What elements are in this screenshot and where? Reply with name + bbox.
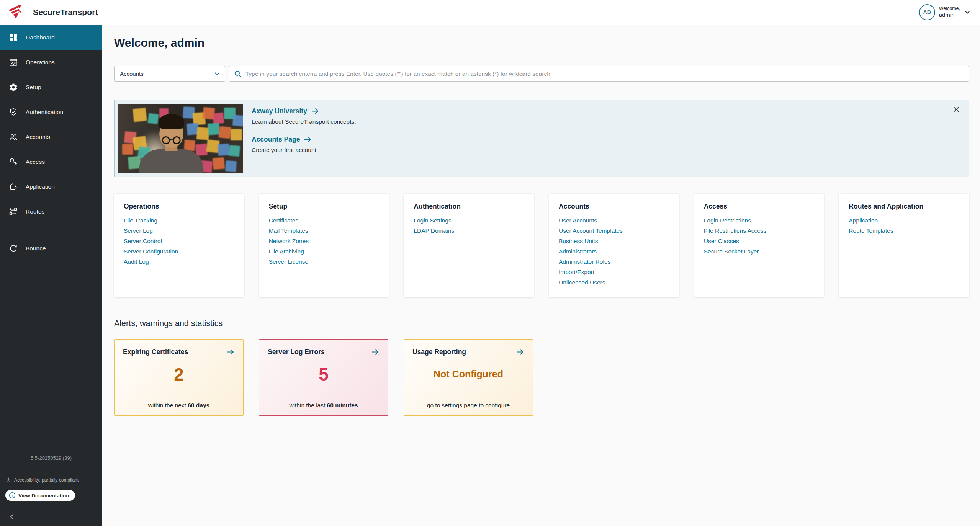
person-glasses [162,136,180,144]
onboarding-banner: Axway University Learn about SecureTrans… [114,100,969,177]
alert-footer: go to settings page to configure [404,402,533,409]
sidebar-item-label: Accounts [26,134,50,140]
arrow-right-icon[interactable] [371,348,380,356]
card-link[interactable]: User Accounts [559,215,669,225]
card-routes-application: Routes and Application Application Route… [839,194,969,297]
chevron-down-icon[interactable] [964,9,971,16]
card-link[interactable]: Route Templates [849,225,959,236]
gear-icon [9,83,18,92]
sidebar-item-dashboard[interactable]: Dashboard [0,25,102,50]
alert-card-server-log-errors[interactable]: Server Log Errors 5 within the last 60 m… [259,339,388,416]
card-title: Setup [269,203,380,211]
alert-footer: within the next 60 days [115,402,243,409]
card-link[interactable]: File Restrictions Access [704,225,815,236]
accounts-page-link[interactable]: Accounts Page [252,135,356,144]
accessibility-row[interactable]: Accessibility: partially compliant [5,477,102,483]
card-title: Routes and Application [849,203,959,211]
arrow-right-icon [311,107,319,116]
main-content: Welcome, admin Accounts [102,0,980,416]
card-title: Operations [124,203,234,211]
card-access: Access Login Restrictions File Restricti… [694,194,824,297]
quick-links-cards: Operations File Tracking Server Log Serv… [114,194,969,297]
welcome-text: Welcome, admin [939,6,960,19]
sidebar-item-application[interactable]: Application [0,174,102,199]
collapse-sidebar-icon[interactable] [8,512,17,521]
card-link[interactable]: User Account Templates [559,225,669,236]
sticky-note [231,129,242,140]
card-link[interactable]: Server License [269,256,380,267]
sidebar-item-bounce[interactable]: Bounce [0,236,102,261]
alert-value: Not Configured [412,369,524,380]
arrow-right-icon[interactable] [226,348,235,356]
shield-check-icon [9,108,18,117]
search-category-value: Accounts [120,70,144,77]
card-authentication: Authentication Login Settings LDAP Domai… [404,194,534,297]
close-icon[interactable] [952,105,960,114]
card-link[interactable]: File Tracking [124,215,234,225]
card-link[interactable]: Login Settings [414,215,524,225]
banner-link-description: Learn about SecureTransport concepts. [252,118,356,125]
chevron-down-icon [215,72,219,75]
alert-title: Usage Reporting [412,348,466,356]
alert-value: 2 [123,364,235,385]
card-link[interactable]: Network Zones [269,236,380,246]
card-link[interactable]: LDAP Domains [414,225,524,236]
search-icon [234,70,242,78]
card-link[interactable]: Application [849,215,959,225]
card-link[interactable]: Server Log [124,225,234,236]
top-header: SecureTransport AD Welcome, admin [0,0,980,25]
sidebar-item-authentication[interactable]: Authentication [0,100,102,124]
key-icon [9,157,18,167]
card-link[interactable]: User Classes [704,236,815,246]
axway-university-link[interactable]: Axway University [252,107,356,116]
sidebar-item-label: Setup [26,84,41,91]
banner-links: Axway University Learn about SecureTrans… [252,104,356,173]
sticky-note [232,115,243,126]
sidebar-item-routes[interactable]: Routes [0,199,102,224]
user-menu[interactable]: AD Welcome, admin [919,4,971,20]
routes-icon [9,207,18,216]
card-link[interactable]: Import/Export [559,267,669,277]
card-link[interactable]: Administrators [559,246,669,256]
arrow-right-icon [303,135,312,144]
sticky-note [213,157,225,170]
sidebar-item-accounts[interactable]: Accounts [0,124,102,149]
person-hair [159,114,184,129]
sidebar-item-operations[interactable]: Operations [0,50,102,75]
sidebar-item-label: Dashboard [26,34,55,41]
alert-title: Expiring Certificates [123,348,188,356]
arrow-right-icon[interactable] [515,348,524,356]
sidebar-item-setup[interactable]: Setup [0,75,102,100]
card-link[interactable]: Audit Log [124,256,234,267]
card-link[interactable]: Server Configuration [124,246,234,256]
sidebar-item-access[interactable]: Access [0,149,102,174]
card-link[interactable]: Server Control [124,236,234,246]
card-link[interactable]: Secure Socket Layer [704,246,815,256]
card-accounts: Accounts User Accounts User Account Temp… [549,194,679,297]
card-link[interactable]: Login Restrictions [704,215,815,225]
person-torso [139,149,203,173]
card-link[interactable]: Certificates [269,215,380,225]
svg-text:?: ? [11,493,13,498]
card-link[interactable]: Administrator Roles [559,256,669,267]
alerts-cards: Expiring Certificates 2 within the next … [114,339,969,416]
app-title: SecureTransport [33,8,98,17]
card-link[interactable]: Unlicensed Users [559,277,669,288]
card-link[interactable]: Mail Templates [269,225,380,236]
question-circle-icon: ? [9,492,16,499]
avatar[interactable]: AD [919,4,935,20]
sidebar-item-label: Routes [26,208,44,215]
alert-card-usage-reporting[interactable]: Usage Reporting Not Configured go to set… [404,339,533,416]
search-input[interactable] [245,70,964,77]
view-documentation-label: View Documentation [18,493,69,498]
alert-card-expiring-certificates[interactable]: Expiring Certificates 2 within the next … [114,339,244,416]
sidebar: Dashboard Operations Setup Authenticatio… [0,25,102,526]
search-box [229,66,969,82]
sidebar-item-label: Operations [26,59,55,66]
view-documentation-button[interactable]: ? View Documentation [5,490,75,501]
card-link[interactable]: Business Units [559,236,669,246]
sticky-note [225,160,237,172]
card-link[interactable]: File Archiving [269,246,380,256]
banner-link-description: Create your first account. [252,147,356,154]
search-category-dropdown[interactable]: Accounts [114,66,225,82]
